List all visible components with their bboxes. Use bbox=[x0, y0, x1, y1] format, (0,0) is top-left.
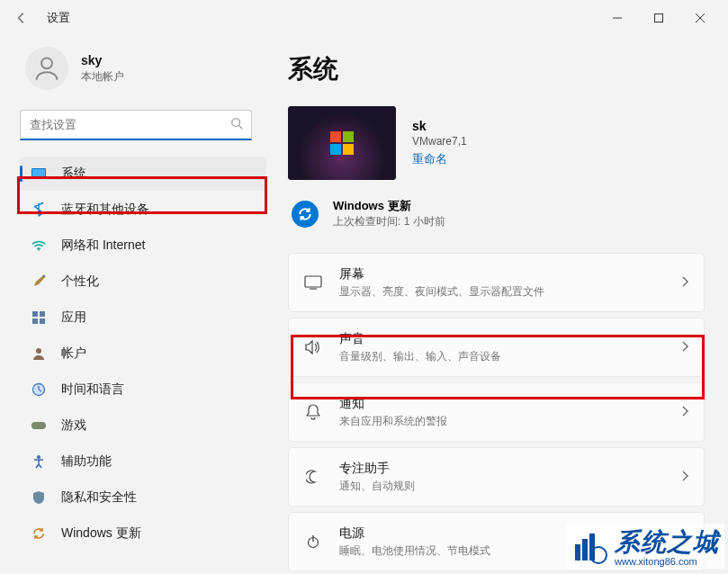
update-status-icon bbox=[292, 201, 319, 228]
update-sub: 上次检查时间: 1 小时前 bbox=[333, 214, 445, 229]
gamepad-icon bbox=[31, 417, 47, 434]
sidebar-item-gaming[interactable]: 游戏 bbox=[20, 408, 266, 443]
maximize-button[interactable] bbox=[638, 4, 679, 32]
sidebar-item-label: 个性化 bbox=[61, 274, 99, 290]
system-icon bbox=[31, 166, 47, 182]
svg-rect-6 bbox=[32, 169, 45, 176]
sidebar-item-label: Windows 更新 bbox=[61, 525, 141, 542]
sidebar-item-personalization[interactable]: 个性化 bbox=[20, 265, 266, 299]
search-input[interactable] bbox=[20, 110, 252, 140]
sidebar-item-apps[interactable]: 应用 bbox=[20, 300, 266, 335]
svg-point-7 bbox=[38, 249, 40, 251]
update-title: Windows 更新 bbox=[333, 198, 445, 214]
person-icon bbox=[31, 345, 47, 362]
device-thumbnail bbox=[288, 106, 396, 180]
svg-rect-11 bbox=[40, 318, 45, 324]
card-title: 通知 bbox=[339, 396, 666, 412]
svg-rect-14 bbox=[31, 422, 46, 429]
window-title: 设置 bbox=[47, 10, 70, 26]
watermark-logo-icon bbox=[571, 528, 607, 564]
sound-icon bbox=[303, 340, 323, 354]
wifi-icon bbox=[31, 238, 47, 254]
sidebar-item-network[interactable]: 网络和 Internet bbox=[20, 229, 266, 263]
svg-rect-21 bbox=[582, 539, 588, 561]
device-info: sk VMware7,1 重命名 bbox=[288, 106, 705, 180]
close-button[interactable] bbox=[679, 4, 721, 32]
sidebar-item-bluetooth[interactable]: 蓝牙和其他设备 bbox=[20, 193, 266, 227]
search-icon bbox=[230, 117, 243, 133]
sidebar-item-accessibility[interactable]: 辅助功能 bbox=[20, 444, 266, 479]
card-title: 声音 bbox=[339, 331, 666, 347]
sidebar-item-label: 辅助功能 bbox=[61, 453, 112, 470]
apps-icon bbox=[31, 309, 47, 326]
card-sound[interactable]: 声音 音量级别、输出、输入、声音设备 bbox=[288, 318, 705, 377]
svg-point-12 bbox=[36, 348, 41, 354]
card-sub: 来自应用和系统的警报 bbox=[339, 414, 666, 429]
rename-link[interactable]: 重命名 bbox=[412, 151, 467, 167]
sidebar-item-label: 游戏 bbox=[61, 417, 86, 434]
watermark-text: 系统之城 bbox=[615, 525, 719, 560]
card-title: 专注助手 bbox=[339, 461, 666, 477]
svg-line-4 bbox=[239, 126, 243, 130]
chevron-right-icon bbox=[682, 274, 689, 291]
svg-rect-20 bbox=[575, 544, 580, 561]
moon-icon bbox=[303, 470, 323, 484]
bluetooth-icon bbox=[31, 202, 47, 218]
sidebar-item-label: 蓝牙和其他设备 bbox=[61, 202, 149, 218]
sidebar-item-time[interactable]: 时间和语言 bbox=[20, 372, 266, 407]
card-sub: 显示器、亮度、夜间模式、显示器配置文件 bbox=[339, 284, 666, 300]
minimize-button[interactable] bbox=[597, 4, 638, 32]
power-icon bbox=[303, 534, 323, 549]
display-icon bbox=[303, 275, 323, 290]
svg-point-3 bbox=[232, 119, 240, 127]
sidebar-item-update[interactable]: Windows 更新 bbox=[20, 516, 266, 551]
user-block[interactable]: sky 本地帐户 bbox=[25, 47, 266, 90]
card-title: 屏幕 bbox=[339, 266, 666, 283]
sidebar-item-label: 应用 bbox=[61, 309, 86, 326]
svg-point-15 bbox=[37, 455, 40, 459]
card-focus[interactable]: 专注助手 通知、自动规则 bbox=[288, 447, 705, 507]
svg-rect-16 bbox=[305, 276, 321, 287]
accessibility-icon bbox=[31, 453, 47, 470]
sidebar-item-label: 网络和 Internet bbox=[61, 238, 145, 254]
device-model: VMware7,1 bbox=[412, 135, 467, 148]
chevron-right-icon bbox=[682, 469, 689, 485]
card-sub: 通知、自动规则 bbox=[339, 479, 666, 494]
card-display[interactable]: 屏幕 显示器、亮度、夜间模式、显示器配置文件 bbox=[288, 253, 705, 312]
avatar bbox=[25, 47, 68, 90]
chevron-right-icon bbox=[682, 404, 689, 420]
card-notifications[interactable]: 通知 来自应用和系统的警报 bbox=[288, 382, 705, 442]
watermark: 系统之城 www.xitong86.com bbox=[566, 524, 724, 569]
clock-icon bbox=[31, 381, 47, 398]
svg-rect-8 bbox=[32, 311, 38, 317]
svg-rect-10 bbox=[32, 318, 38, 324]
sidebar-item-label: 时间和语言 bbox=[61, 381, 124, 398]
shield-icon bbox=[31, 489, 47, 506]
sidebar-item-privacy[interactable]: 隐私和安全性 bbox=[20, 480, 266, 515]
sidebar-item-label: 系统 bbox=[61, 166, 86, 182]
back-button[interactable] bbox=[7, 4, 36, 32]
windows-update-status[interactable]: Windows 更新 上次检查时间: 1 小时前 bbox=[288, 198, 705, 229]
device-name: sk bbox=[412, 119, 467, 133]
svg-point-2 bbox=[41, 58, 52, 68]
svg-rect-9 bbox=[40, 311, 45, 317]
chevron-right-icon bbox=[682, 339, 689, 355]
update-icon bbox=[31, 525, 47, 542]
user-type: 本地帐户 bbox=[81, 69, 124, 85]
bell-icon bbox=[303, 404, 323, 420]
user-name: sky bbox=[81, 53, 124, 67]
sidebar-item-accounts[interactable]: 帐户 bbox=[20, 336, 266, 371]
brush-icon bbox=[31, 274, 47, 290]
sidebar-item-system[interactable]: 系统 bbox=[20, 157, 266, 191]
card-sub: 音量级别、输出、输入、声音设备 bbox=[339, 349, 666, 364]
svg-rect-1 bbox=[655, 14, 663, 22]
sidebar-item-label: 隐私和安全性 bbox=[61, 489, 137, 506]
page-title: 系统 bbox=[288, 52, 705, 86]
sidebar-item-label: 帐户 bbox=[61, 345, 86, 362]
